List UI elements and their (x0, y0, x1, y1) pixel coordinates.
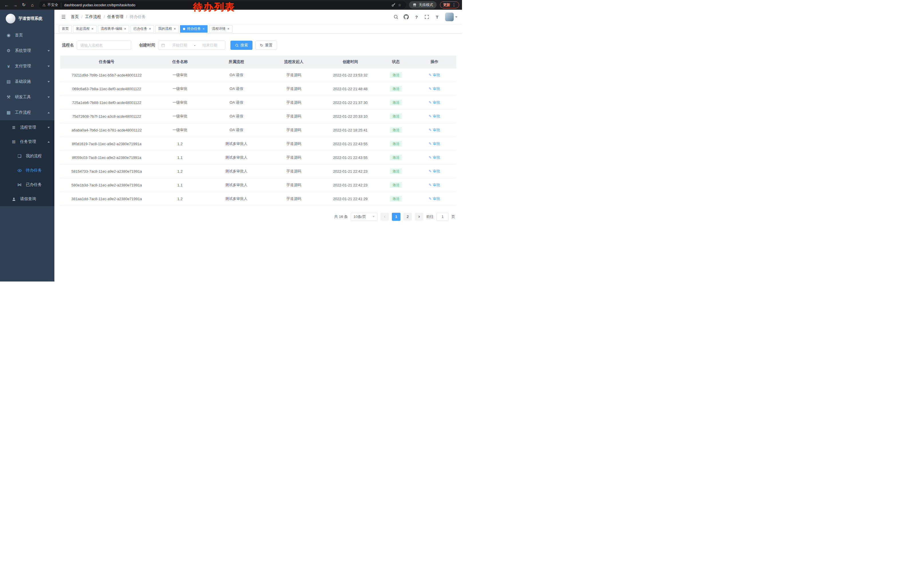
table-row: 580e1b3d-7ac8-11ec-a9e2-a2380e71991a1.1测… (60, 178, 456, 192)
process-name-input[interactable] (77, 41, 131, 50)
app-title: 芋道管理系统 (18, 16, 42, 21)
cell-task-name: 1.2 (153, 137, 207, 151)
pagination-total: 共 16 条 (334, 214, 348, 219)
sidebar-logo[interactable]: 芋道管理系统 (0, 10, 54, 27)
menu-label: 首页 (15, 33, 50, 38)
start-date-placeholder: 开始日期 (168, 43, 192, 48)
breadcrumb-current: 待办任务 (130, 14, 146, 20)
tab-todo-task[interactable]: 待办任务 × (180, 25, 207, 33)
cell-status: 激活 (379, 96, 413, 110)
tab-form-edit[interactable]: 流程表单-编辑 × (98, 25, 129, 33)
approve-label: 审批 (433, 86, 440, 92)
app-window: 芋道管理系统 ◉ 首页 ⚙ 系统管理 ¥ 支付管理 ▤ (0, 10, 462, 281)
date-separator: - (194, 43, 195, 48)
close-icon[interactable]: × (227, 27, 230, 31)
approve-link[interactable]: ✎审批 (429, 86, 440, 92)
edit-icon: ✎ (429, 183, 432, 187)
col-action: 操作 (413, 56, 456, 68)
status-badge: 激活 (390, 127, 402, 133)
chevron-down-icon (48, 81, 50, 83)
approve-link[interactable]: ✎审批 (429, 100, 440, 105)
tab-start-process[interactable]: 发起流程 × (73, 25, 96, 33)
tab-done-task[interactable]: 已办任务 × (130, 25, 154, 33)
goto-page-input[interactable] (436, 213, 448, 221)
approve-link[interactable]: ✎审批 (429, 128, 440, 132)
breadcrumb-workflow[interactable]: 工作流程 (85, 14, 101, 20)
sidebar-item-todo-task[interactable]: 待办任务 (0, 163, 54, 177)
close-icon[interactable]: × (174, 27, 176, 31)
sidebar-item-payment[interactable]: ¥ 支付管理 (0, 59, 54, 74)
sidebar-item-workflow[interactable]: ▦ 工作流程 (0, 105, 54, 120)
prev-page-button[interactable]: ‹ (380, 213, 389, 221)
sidebar-item-dev-tools[interactable]: ⚒ 研发工具 (0, 89, 54, 105)
approve-link[interactable]: ✎审批 (429, 182, 440, 188)
chevron-down-icon (48, 50, 50, 51)
sidebar-item-home[interactable]: ◉ 首页 (0, 27, 54, 43)
sidebar-item-process-mgmt[interactable]: ≣ 流程管理 (0, 120, 54, 135)
update-button[interactable]: 更新 ⋮ (440, 2, 459, 8)
infrastructure-icon: ▤ (6, 79, 12, 84)
approve-link[interactable]: ✎审批 (429, 141, 440, 146)
cell-status: 激活 (379, 192, 413, 206)
chat-icon: ❏ (16, 153, 22, 159)
tab-my-process[interactable]: 我的流程 × (155, 25, 179, 33)
close-icon[interactable]: × (202, 27, 205, 31)
tab-process-detail[interactable]: 流程详情 × (209, 25, 232, 33)
close-icon[interactable]: × (91, 27, 94, 31)
sidebar-item-leave-query[interactable]: 请假查询 (0, 192, 54, 206)
help-icon[interactable]: ? (413, 13, 420, 21)
page-button-2[interactable]: 2 (404, 213, 412, 221)
url-text: dashboard.yudao.iocoder.cn/bpm/task/todo (64, 3, 135, 7)
sidebar-item-system[interactable]: ⚙ 系统管理 (0, 43, 54, 59)
tab-home[interactable]: 首页 (59, 25, 72, 33)
back-button[interactable]: ← (3, 1, 10, 9)
eye-icon (16, 168, 22, 173)
avatar[interactable] (445, 13, 454, 21)
bookmark-star-icon[interactable]: ☆ (396, 2, 403, 8)
approve-link[interactable]: ✎审批 (429, 114, 440, 119)
user-menu[interactable] (445, 13, 458, 21)
forward-button[interactable]: → (12, 1, 19, 9)
breadcrumb-home[interactable]: 首页 (71, 14, 79, 20)
sidebar-item-infra[interactable]: ▤ 基础设施 (0, 74, 54, 89)
browser-menu-icon[interactable]: ⋮ (452, 3, 456, 7)
cell-action: ✎审批 (413, 110, 456, 123)
date-range-picker[interactable]: 开始日期 - 结束日期 (158, 41, 225, 50)
sidebar-toggle-icon[interactable]: ☰ (59, 14, 68, 20)
github-icon[interactable] (403, 13, 410, 21)
cell-process: 测试多审批人 (207, 192, 266, 206)
cell-task-id: 58154733-7ac8-11ec-a9e2-a2380e71991a (60, 164, 153, 178)
sidebar-item-task-mgmt[interactable]: ⊞ 任务管理 (0, 135, 54, 149)
password-key-icon[interactable] (390, 2, 396, 8)
fullscreen-icon[interactable] (423, 13, 430, 21)
cell-task-name: 1.1 (153, 178, 207, 192)
tab-label: 已办任务 (134, 26, 147, 31)
approve-label: 审批 (433, 114, 440, 119)
approve-link[interactable]: ✎审批 (429, 169, 440, 174)
close-icon[interactable]: × (124, 27, 126, 31)
breadcrumb-task-mgmt[interactable]: 任务管理 (107, 14, 123, 20)
sidebar-item-done-task[interactable]: ⋈ 已办任务 (0, 177, 54, 192)
approve-link[interactable]: ✎审批 (429, 155, 440, 160)
page-size-select[interactable]: 10条/页 (351, 213, 378, 221)
approve-link[interactable]: ✎审批 (429, 196, 440, 201)
page-size-value: 10条/页 (354, 214, 366, 219)
search-icon[interactable] (393, 13, 399, 21)
security-label[interactable]: 不安全 (48, 3, 62, 8)
cell-status: 激活 (379, 123, 413, 137)
close-icon[interactable]: × (149, 27, 151, 31)
sidebar-item-my-process[interactable]: ❏ 我的流程 (0, 149, 54, 163)
approve-link[interactable]: ✎审批 (429, 72, 440, 78)
table-header: 任务编号 任务名称 所属流程 流程发起人 创建时间 状态 操作 (60, 56, 456, 68)
search-button[interactable]: 搜索 (230, 41, 252, 50)
table-row: 381aa1dd-7ac8-11ec-a9e2-a2380e71991a1.2测… (60, 192, 456, 206)
next-page-button[interactable]: › (415, 213, 423, 221)
reload-button[interactable]: ↻ (20, 1, 27, 9)
home-button[interactable]: ⌂ (28, 1, 36, 9)
font-size-icon[interactable]: T (434, 13, 441, 21)
page-button-1[interactable]: 1 (392, 213, 400, 221)
todo-task-table: 任务编号 任务名称 所属流程 流程发起人 创建时间 状态 操作 73211d9d… (60, 56, 456, 206)
reset-button[interactable]: ↻ 重置 (255, 41, 277, 50)
edit-icon: ✎ (429, 87, 432, 91)
menu-label: 我的流程 (26, 153, 50, 159)
